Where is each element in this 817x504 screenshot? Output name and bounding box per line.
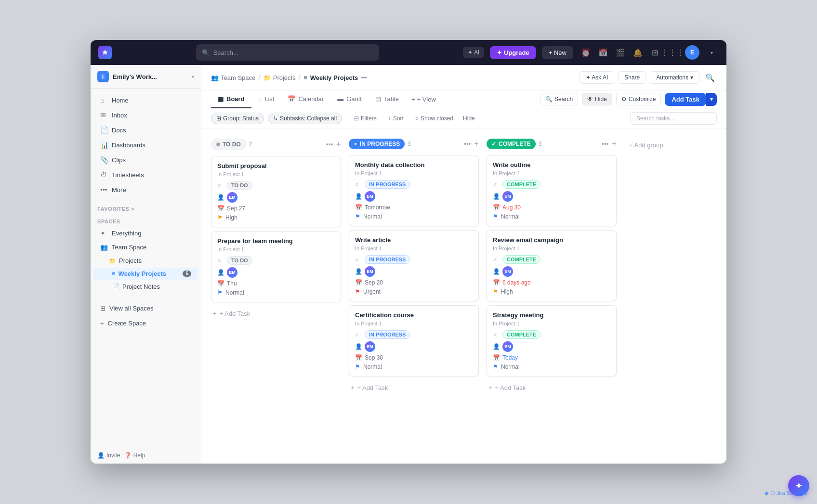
priority-flag: ⚑: [217, 214, 223, 221]
upgrade-button[interactable]: ✦ Upgrade: [490, 46, 536, 59]
todo-column-menu[interactable]: •••: [326, 141, 333, 148]
add-task-button-group: Add Task ▾: [665, 93, 717, 106]
header-search-button[interactable]: 🔍: [703, 71, 717, 84]
task-card[interactable]: Write outline In Project 1 ✓ COMPLETE 👤 …: [487, 155, 617, 226]
team-space-more[interactable]: •••: [175, 244, 184, 251]
inprogress-column-add[interactable]: +: [474, 139, 479, 149]
priority-flag: ⚑: [355, 363, 360, 370]
add-task-inprogress[interactable]: + + Add Task: [349, 380, 479, 395]
hide-filter-label[interactable]: Hide: [463, 115, 475, 122]
sidebar-item-more[interactable]: ••• More: [93, 182, 198, 197]
breadcrumb-more-icon[interactable]: •••: [361, 74, 367, 81]
sidebar-item-home[interactable]: ⌂ Home: [93, 93, 198, 107]
task-card[interactable]: Write article In Project 1 ○ IN PROGRESS…: [349, 230, 479, 301]
sidebar-item-docs-label: Docs: [112, 127, 126, 134]
search-tasks-input[interactable]: Search tasks...: [630, 112, 717, 125]
view-all-spaces-button[interactable]: ⊞ View all Spaces: [93, 301, 198, 315]
complete-column-menu[interactable]: •••: [602, 140, 609, 148]
tab-list[interactable]: ≡ List: [251, 90, 281, 108]
search-toolbar-button[interactable]: 🔍 Search: [540, 93, 578, 105]
team-space-add[interactable]: +: [185, 244, 191, 251]
layout-icon[interactable]: ⊞: [648, 46, 662, 59]
task-card[interactable]: Review email campaign In Project 1 ✓ COM…: [487, 230, 617, 301]
board: TO DO 2 ••• + Submit proposal In Project…: [201, 129, 726, 464]
sidebar-item-projects[interactable]: 📁 Projects ••• +: [93, 255, 198, 267]
sidebar-item-docs[interactable]: 📄 Docs: [93, 123, 198, 137]
global-search[interactable]: 🔍 Search...: [196, 44, 379, 61]
filters-label: Filters: [361, 115, 377, 122]
task-card[interactable]: Certification course In Project 1 ○ IN P…: [349, 305, 479, 376]
add-task-complete[interactable]: + + Add Task: [487, 380, 617, 395]
projects-more[interactable]: •••: [181, 258, 186, 264]
sidebar-item-clips[interactable]: 📎 Clips: [93, 153, 198, 167]
hide-button[interactable]: 👁 Hide: [582, 93, 612, 105]
search-toolbar-label: Search: [554, 96, 573, 103]
automations-button[interactable]: Automations ▾: [650, 71, 699, 84]
task-avatar: EM: [365, 266, 375, 277]
calendar-nav-icon[interactable]: 📅: [596, 46, 610, 59]
fab-button[interactable]: ✦: [788, 475, 809, 496]
task-card[interactable]: Strategy meeting In Project 1 ✓ COMPLETE…: [487, 305, 617, 376]
task-avatar: EM: [227, 267, 237, 278]
ai-button[interactable]: ✦ AI: [463, 47, 484, 58]
more-icon: •••: [100, 186, 108, 194]
add-task-chevron-button[interactable]: ▾: [706, 93, 717, 106]
invite-button[interactable]: 👤 Invite: [97, 452, 120, 459]
workspace-header[interactable]: E Emily's Work... ▾: [91, 65, 201, 89]
task-card[interactable]: Prepare for team meeting In Project 1 ○ …: [211, 231, 341, 302]
todo-column-add[interactable]: +: [336, 140, 341, 150]
subtasks-filter[interactable]: ↳ Subtasks: Collapse all: [268, 113, 342, 124]
sidebar-item-project-notes[interactable]: 📄 Project Notes: [93, 281, 198, 293]
grid-icon[interactable]: ⋮⋮⋮: [666, 46, 679, 59]
projects-add[interactable]: +: [188, 258, 191, 264]
sidebar-item-dashboards[interactable]: 📊 Dashboards: [93, 138, 198, 152]
date-icon: 📅: [355, 279, 362, 286]
add-view-button[interactable]: + + View: [406, 91, 442, 108]
inprogress-column-menu[interactable]: •••: [464, 140, 471, 148]
customize-icon: ⚙: [621, 96, 627, 103]
bell-icon[interactable]: 🔔: [631, 46, 645, 59]
customize-button[interactable]: ⚙ Customize: [616, 93, 661, 105]
task-card[interactable]: Monthly data collection In Project 1 ○ I…: [349, 155, 479, 226]
tab-board[interactable]: ▦ Board: [211, 90, 251, 108]
priority-flag: ⚑: [493, 213, 498, 220]
complete-column-add[interactable]: +: [611, 139, 617, 149]
share-button[interactable]: Share: [618, 71, 646, 84]
video-icon[interactable]: 🎬: [614, 46, 627, 59]
tab-gantt[interactable]: ▬ Gantt: [330, 90, 369, 108]
clock-icon[interactable]: ⏰: [579, 46, 593, 59]
help-button[interactable]: ❓ Help: [124, 452, 145, 459]
sidebar-item-team-space[interactable]: 👥 Team Space ••• +: [93, 241, 198, 254]
priority-flag: ⚑: [217, 289, 223, 296]
add-group-button[interactable]: + Add group: [624, 139, 668, 152]
group-status-filter[interactable]: ⊞ Group: Status: [211, 113, 264, 124]
task-date: Sep 30: [365, 354, 383, 361]
task-project: In Project 1: [493, 321, 610, 326]
add-task-todo[interactable]: + + Add Task: [211, 306, 341, 321]
breadcrumb-team-space[interactable]: 👥 Team Space: [211, 74, 255, 81]
tab-table[interactable]: ▤ Table: [369, 90, 406, 108]
sidebar-item-weekly-projects[interactable]: ≡ Weekly Projects 5: [93, 268, 198, 280]
add-task-button[interactable]: Add Task: [665, 93, 706, 106]
sidebar-item-everything[interactable]: ✦ Everything: [93, 227, 198, 240]
ask-ai-button[interactable]: ✦ Ask AI: [580, 71, 615, 84]
task-meta: ○ IN PROGRESS 👤 EM 📅 Sep 30: [355, 330, 473, 370]
show-closed-button[interactable]: ○ Show closed: [411, 113, 457, 124]
breadcrumb-projects[interactable]: 📁 Projects: [264, 74, 296, 81]
filters-button[interactable]: ⊟ Filters: [350, 113, 381, 124]
new-button[interactable]: + New: [542, 46, 573, 59]
tab-calendar[interactable]: 📅 Calendar: [281, 90, 330, 108]
favorites-label[interactable]: Favorites >: [91, 201, 201, 214]
user-chevron-icon[interactable]: ▾: [705, 46, 719, 59]
subtasks-icon: ↳: [273, 115, 278, 122]
app-logo[interactable]: [98, 46, 112, 59]
task-card[interactable]: Submit proposal In Project 1 ○ TO DO 👤 E…: [211, 156, 341, 227]
assignee-icon: 👤: [217, 194, 224, 201]
status-icon: ✓: [493, 181, 500, 188]
sidebar-item-timesheets[interactable]: ⏱ Timesheets: [93, 168, 198, 182]
sidebar-item-inbox[interactable]: ✉ Inbox: [93, 108, 198, 122]
docs-icon: 📄: [100, 126, 108, 134]
create-space-button[interactable]: + Create Space: [93, 316, 198, 330]
sort-button[interactable]: ↕ Sort: [384, 113, 408, 124]
user-avatar[interactable]: E: [685, 45, 699, 60]
